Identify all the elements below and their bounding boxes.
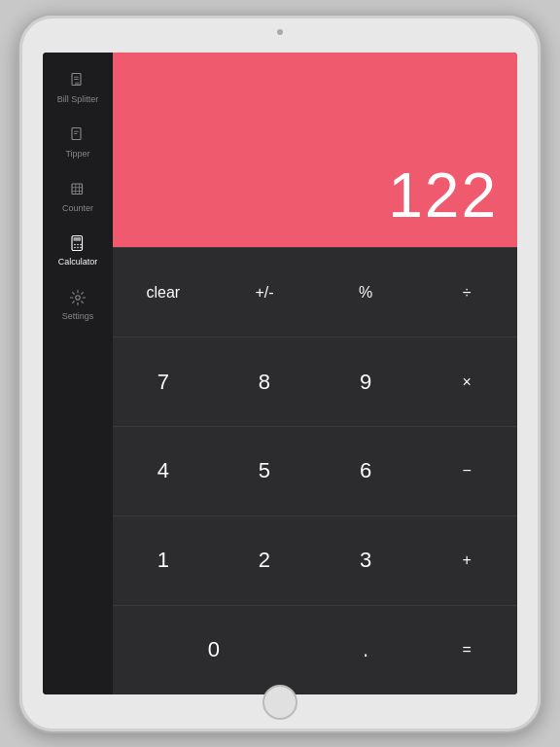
counter-icon — [67, 179, 88, 200]
svg-point-18 — [77, 247, 79, 249]
four-button[interactable]: 4 — [113, 427, 214, 516]
sidebar-item-bill-splitter[interactable]: Bill Splitter — [43, 62, 113, 113]
home-button[interactable] — [262, 685, 298, 720]
multiply-button[interactable]: × — [416, 338, 517, 426]
sidebar-label-counter: Counter — [62, 203, 93, 214]
one-button[interactable]: 1 — [113, 516, 214, 605]
ipad-frame: Bill Splitter Tipper — [18, 14, 542, 733]
two-button[interactable]: 2 — [214, 516, 315, 605]
decimal-button[interactable]: . — [315, 606, 416, 694]
camera — [277, 29, 283, 35]
six-button[interactable]: 6 — [315, 427, 416, 516]
sidebar-label-calculator: Calculator — [58, 257, 98, 267]
eight-button[interactable]: 8 — [214, 338, 315, 426]
calculator-icon — [67, 232, 88, 254]
tipper-icon — [67, 124, 88, 146]
sidebar-label-bill-splitter: Bill Splitter — [57, 94, 99, 105]
svg-point-19 — [80, 247, 82, 249]
sidebar-item-tipper[interactable]: Tipper — [43, 117, 113, 167]
svg-rect-7 — [72, 184, 83, 195]
divide-button[interactable]: ÷ — [416, 248, 517, 337]
bill-splitter-icon — [67, 70, 88, 91]
sidebar-item-counter[interactable]: Counter — [43, 171, 113, 222]
plus-minus-button[interactable]: +/- — [214, 248, 315, 337]
subtract-button[interactable]: − — [416, 427, 517, 516]
svg-point-15 — [77, 244, 79, 246]
add-button[interactable]: + — [416, 516, 517, 605]
display-value: 122 — [388, 160, 498, 231]
sidebar: Bill Splitter Tipper — [43, 53, 113, 694]
svg-rect-3 — [75, 83, 80, 86]
svg-rect-13 — [74, 237, 82, 241]
zero-button[interactable]: 0 — [113, 606, 315, 694]
seven-button[interactable]: 7 — [113, 338, 214, 426]
svg-point-14 — [74, 244, 76, 246]
calculator-main: 122 clear +/- % ÷ 7 8 9 × 4 5 6 − — [113, 53, 517, 694]
svg-point-20 — [76, 296, 81, 301]
clear-button[interactable]: clear — [113, 248, 214, 337]
sidebar-item-calculator[interactable]: Calculator — [43, 225, 113, 275]
three-button[interactable]: 3 — [315, 516, 416, 605]
settings-icon — [67, 287, 88, 308]
calculator-display: 122 — [113, 53, 517, 247]
nine-button[interactable]: 9 — [315, 338, 416, 426]
sidebar-label-tipper: Tipper — [65, 149, 89, 160]
sidebar-item-settings[interactable]: Settings — [43, 279, 113, 330]
svg-point-16 — [80, 244, 82, 246]
percent-button[interactable]: % — [315, 248, 416, 337]
svg-point-17 — [74, 247, 76, 249]
calc-grid: clear +/- % ÷ 7 8 9 × 4 5 6 − 1 2 3 + — [113, 247, 517, 694]
sidebar-label-settings: Settings — [62, 311, 94, 322]
five-button[interactable]: 5 — [214, 427, 315, 516]
screen: Bill Splitter Tipper — [43, 53, 517, 694]
equals-button[interactable]: = — [416, 606, 517, 694]
